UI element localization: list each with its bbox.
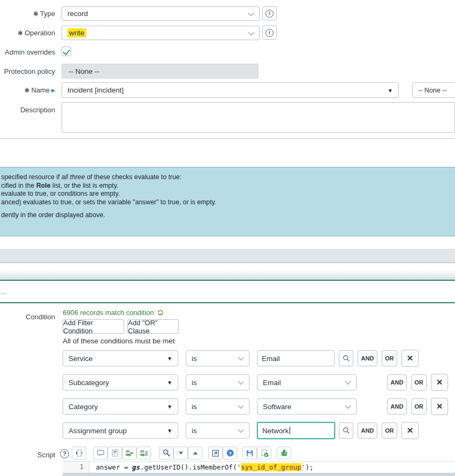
syntax-check-button[interactable] <box>257 447 271 459</box>
reference-expand-icon[interactable]: ▶ <box>51 88 55 93</box>
delete-condition-button[interactable]: ✕ <box>401 422 419 439</box>
chevron-down-icon <box>248 10 254 16</box>
chevron-down-icon <box>345 379 351 385</box>
and-button[interactable]: AND <box>387 374 407 390</box>
script-editor[interactable]: 1 answer = gs.getUserID().isMemberOf('sy… <box>63 461 455 473</box>
condition-label: Condition <box>0 313 55 321</box>
operation-info-button[interactable]: i <box>262 26 277 40</box>
name-secondary-field[interactable]: -- None -- <box>412 82 455 98</box>
syntax-format-button[interactable] <box>72 447 86 459</box>
dropdown-triangle-icon: ▼ <box>167 356 172 362</box>
or-button[interactable]: OR <box>411 374 427 390</box>
line-number-gutter: 1 <box>63 462 89 473</box>
chevron-down-icon <box>345 403 351 409</box>
toggle-comments-button[interactable] <box>93 447 108 459</box>
find-next-button[interactable] <box>173 447 188 459</box>
type-select-value: record <box>67 10 88 18</box>
delete-condition-button[interactable]: ✕ <box>431 398 448 415</box>
format-document-button[interactable] <box>108 447 122 459</box>
condition-operator-select[interactable]: is <box>186 374 249 390</box>
section-divider <box>0 138 455 139</box>
mandatory-icon: ✱ <box>24 87 29 94</box>
dropdown-triangle-icon: ▼ <box>167 404 172 410</box>
chevron-down-icon <box>238 427 244 433</box>
condition-value-input[interactable]: Network <box>257 422 335 439</box>
syntax-check-icon <box>260 449 269 457</box>
acl-info-box: specified resource if all three of these… <box>0 167 455 236</box>
replace-icon: ab ac <box>125 449 134 457</box>
description-label: Description <box>0 106 55 114</box>
and-button[interactable]: AND <box>358 350 377 366</box>
condition-operator-select[interactable]: is <box>186 423 249 439</box>
dropdown-triangle-icon: ▼ <box>388 87 393 93</box>
save-button[interactable] <box>242 447 257 459</box>
info-line: cified in the Role list, or the list is … <box>1 182 455 190</box>
find-previous-button[interactable] <box>188 447 202 459</box>
condition-field-select[interactable]: Subcategory ▼ <box>63 374 178 390</box>
or-button[interactable]: OR <box>382 350 397 366</box>
operation-label: ✱Operation <box>0 29 55 37</box>
reference-lookup-button[interactable] <box>339 423 353 439</box>
search-icon <box>343 427 350 434</box>
chevron-down-icon <box>248 29 254 35</box>
condition-operator-select[interactable]: is <box>186 350 249 366</box>
dropdown-triangle-icon: ▼ <box>167 380 172 386</box>
editor-help-button[interactable]: ? <box>223 447 237 459</box>
info-line: specified resource if all three of these… <box>1 173 455 182</box>
admin-overrides-checkbox[interactable] <box>62 47 71 56</box>
name-secondary-value: -- None -- <box>418 87 446 94</box>
add-or-clause-button[interactable]: Add "OR" Clause <box>127 319 179 334</box>
and-button[interactable]: AND <box>358 423 377 439</box>
records-match-link[interactable]: 6906 records match condition <box>63 309 154 317</box>
condition-operator-select[interactable]: is <box>186 398 249 414</box>
replace-button[interactable]: ab ac <box>122 447 136 459</box>
help-circle-icon: ? <box>226 449 234 457</box>
chevron-down-icon <box>238 379 244 385</box>
script-help-icon[interactable]: ? <box>60 449 69 458</box>
replace-all-button[interactable]: ab <box>136 447 151 459</box>
reference-lookup-button[interactable] <box>339 350 353 366</box>
name-select[interactable]: Incident [incident] ▼ <box>62 82 399 98</box>
or-button[interactable]: OR <box>411 398 427 414</box>
type-info-button[interactable]: i <box>262 6 277 20</box>
type-select[interactable]: record <box>62 6 260 21</box>
name-label: ✱Name▶ <box>0 86 55 95</box>
condition-field-select[interactable]: Service ▼ <box>63 350 178 366</box>
syntax-format-icon <box>75 449 84 457</box>
tab-strip-gradient <box>0 270 455 280</box>
chevron-down-icon <box>238 355 244 360</box>
mandatory-icon: ✱ <box>18 29 23 37</box>
and-button[interactable]: AND <box>387 398 407 414</box>
search-button[interactable] <box>159 447 173 459</box>
delete-condition-button[interactable]: ✕ <box>431 374 448 391</box>
operation-select[interactable]: write <box>62 26 260 40</box>
code-line[interactable]: answer = gs.getUserID().isMemberOf('sys_… <box>96 463 313 471</box>
description-textarea[interactable] <box>62 102 455 133</box>
condition-value-select[interactable]: Software <box>257 398 357 414</box>
comment-icon <box>96 449 105 457</box>
svg-text:ac: ac <box>130 451 134 455</box>
svg-text:ab: ab <box>140 449 145 453</box>
debug-button[interactable] <box>277 447 291 459</box>
search-icon <box>162 449 171 457</box>
condition-value-input[interactable] <box>257 350 335 366</box>
save-icon <box>246 449 254 457</box>
dropdown-triangle-icon: ▼ <box>167 428 172 434</box>
add-filter-condition-button[interactable]: Add Filter Condition <box>63 319 124 334</box>
condition-field-select[interactable]: Assignment group ▼ <box>63 423 178 439</box>
svg-text:ab: ab <box>126 449 130 453</box>
protection-policy-field: -- None -- <box>62 64 259 79</box>
svg-text:?: ? <box>229 451 232 456</box>
refresh-icon[interactable] <box>157 309 164 316</box>
info-line: anced) evaluates to true, or sets the va… <box>1 198 455 207</box>
condition-value-select[interactable]: Email <box>257 374 357 390</box>
info-icon: i <box>266 29 274 37</box>
condition-field-select[interactable]: Category ▼ <box>63 398 178 414</box>
truncated-tab-label[interactable]: ... <box>1 288 6 296</box>
open-in-new-window-button[interactable] <box>208 447 223 459</box>
or-button[interactable]: OR <box>382 423 397 439</box>
popout-icon <box>211 449 219 457</box>
delete-condition-button[interactable]: ✕ <box>401 350 419 367</box>
chevron-down-icon <box>238 403 244 409</box>
script-label: Script <box>0 451 55 459</box>
